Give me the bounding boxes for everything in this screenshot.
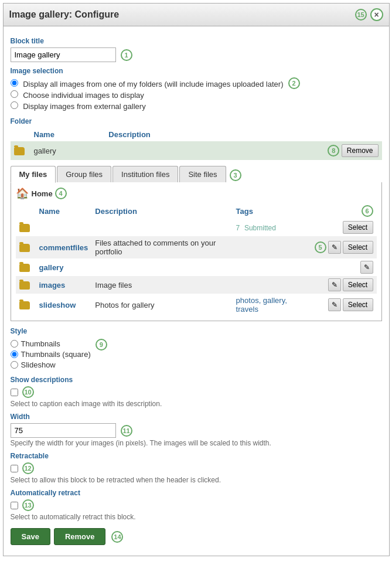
- close-button[interactable]: ×: [370, 8, 383, 21]
- retractable-row: 12: [11, 462, 382, 474]
- style-slideshow-row: Slideshow: [11, 360, 91, 369]
- block-title-label: Block title: [11, 37, 382, 45]
- actions-cell: ✎: [312, 261, 373, 274]
- style-label: Style: [11, 327, 382, 335]
- show-descriptions-section: Show descriptions 10 Select to caption e…: [11, 376, 382, 408]
- actions-cell: ✎ Select: [312, 298, 373, 311]
- auto-retract-checkbox[interactable]: [11, 502, 18, 509]
- actions-cell: Select: [312, 221, 373, 234]
- radio-thumbnails-square[interactable]: [11, 350, 18, 358]
- folder-section: Folder Name Description gallery: [11, 117, 382, 160]
- radio-individual[interactable]: [11, 90, 18, 98]
- image-selection-group: Display all images from one of my folder…: [11, 77, 284, 113]
- badge-8: 8: [328, 145, 339, 156]
- folder-remove-button[interactable]: Remove: [342, 144, 379, 157]
- retractable-label: Retractable: [11, 452, 382, 460]
- file-desc: Files attached to comments on your portf…: [91, 236, 232, 258]
- retractable-hint: Select to allow this block to be retract…: [11, 476, 382, 484]
- badge-10: 10: [22, 386, 34, 398]
- select-button[interactable]: Select: [343, 241, 373, 254]
- badge-11: 11: [121, 425, 132, 437]
- auto-retract-section: Automatically retract 13 Select to autom…: [11, 489, 382, 521]
- actions-cell: 5 ✎ Select: [312, 241, 373, 254]
- submitted-badge: 7: [236, 224, 240, 232]
- folder-icon: [19, 244, 30, 252]
- badge-15: 15: [355, 9, 367, 21]
- folder-name: gallery: [30, 141, 105, 160]
- select-button[interactable]: Select: [343, 221, 373, 234]
- table-row: gallery ✎: [16, 258, 377, 276]
- edit-button[interactable]: ✎: [328, 241, 341, 254]
- auto-retract-hint: Select to automatically retract this blo…: [11, 513, 382, 521]
- files-panel: 🏠 Home 4 Name Description Tags 6: [11, 182, 382, 321]
- footer-buttons: Save Remove 14: [11, 528, 382, 545]
- save-button[interactable]: Save: [11, 528, 50, 545]
- dialog-title: Image gallery: Configure: [9, 9, 120, 20]
- folder-icon: [19, 264, 30, 272]
- show-descriptions-checkbox[interactable]: [11, 389, 18, 396]
- tab-site-files[interactable]: Site files: [179, 166, 226, 182]
- file-tabs: My files Group files Institution files S…: [11, 166, 227, 182]
- file-desc: [91, 219, 232, 236]
- radio-thumbnails[interactable]: [11, 340, 18, 348]
- remove-button[interactable]: Remove: [54, 528, 106, 545]
- folder-icon: [14, 147, 25, 155]
- block-title-input[interactable]: [11, 47, 116, 62]
- tab-group-files[interactable]: Group files: [57, 166, 111, 182]
- folder-icon: [19, 224, 30, 232]
- select-button[interactable]: Select: [343, 278, 373, 291]
- retractable-checkbox[interactable]: [11, 465, 18, 472]
- submitted-text: Submitted: [244, 224, 276, 232]
- auto-retract-label: Automatically retract: [11, 489, 382, 497]
- width-hint: Specify the width for your images (in pi…: [11, 439, 382, 447]
- edit-button[interactable]: ✎: [328, 298, 341, 311]
- folder-table: Name Description gallery 8 Remove: [11, 128, 382, 160]
- style-options: Thumbnails Thumbnails (square) Slideshow: [11, 338, 91, 371]
- table-row: images Image files ✎ Select: [16, 276, 377, 294]
- badge-5: 5: [315, 241, 326, 253]
- show-descriptions-label: Show descriptions: [11, 376, 382, 384]
- style-thumbnails-square-row: Thumbnails (square): [11, 350, 91, 359]
- badge-14: 14: [111, 531, 123, 543]
- badge-4: 4: [55, 188, 67, 199]
- file-name-link[interactable]: gallery: [39, 263, 64, 272]
- badge-1: 1: [121, 49, 132, 61]
- select-button[interactable]: Select: [343, 298, 373, 311]
- folder-icon: [19, 281, 30, 290]
- file-name-link[interactable]: images: [39, 281, 66, 290]
- file-name-link[interactable]: slideshow: [39, 301, 76, 309]
- radio-external[interactable]: [11, 101, 18, 109]
- width-input[interactable]: [11, 423, 116, 438]
- files-col-desc: Description: [91, 203, 232, 219]
- radio-option-2[interactable]: Choose individual images to display: [11, 90, 284, 100]
- tab-my-files[interactable]: My files: [11, 166, 56, 183]
- auto-retract-row: 13: [11, 499, 382, 511]
- badge-3: 3: [230, 169, 241, 181]
- folder-row: gallery 8 Remove: [11, 141, 382, 160]
- file-name: [36, 219, 92, 236]
- image-selection-label: Image selection: [11, 67, 382, 75]
- files-table: Name Description Tags 6: [16, 203, 377, 316]
- folder-col-desc: Description: [105, 128, 229, 141]
- dialog-header: Image gallery: Configure 15 ×: [4, 4, 389, 26]
- file-tags: photos, gallery, travels: [236, 296, 287, 314]
- files-col-name: Name: [36, 203, 92, 219]
- edit-button[interactable]: ✎: [360, 261, 373, 274]
- folder-label: Folder: [11, 117, 382, 125]
- folder-col-name: Name: [30, 128, 105, 141]
- style-thumbnails-row: Thumbnails: [11, 339, 91, 348]
- show-descriptions-hint: Select to caption each image with its de…: [11, 400, 382, 408]
- radio-option-1[interactable]: Display all images from one of my folder…: [11, 79, 284, 89]
- radio-display-all[interactable]: [11, 79, 18, 87]
- tab-institution-files[interactable]: Institution files: [113, 166, 178, 182]
- radio-option-3[interactable]: Display images from external gallery: [11, 101, 284, 111]
- radio-slideshow[interactable]: [11, 361, 18, 369]
- edit-button[interactable]: ✎: [328, 278, 341, 291]
- table-row: slideshow Photos for gallery photos, gal…: [16, 294, 377, 316]
- badge-2: 2: [288, 77, 300, 89]
- files-col-tags: Tags: [233, 203, 309, 219]
- dialog-body: Block title 1 Image selection Display al…: [4, 26, 389, 556]
- home-label: Home: [32, 189, 53, 198]
- file-name-link[interactable]: commentfiles: [39, 243, 88, 252]
- folder-icon: [19, 301, 30, 309]
